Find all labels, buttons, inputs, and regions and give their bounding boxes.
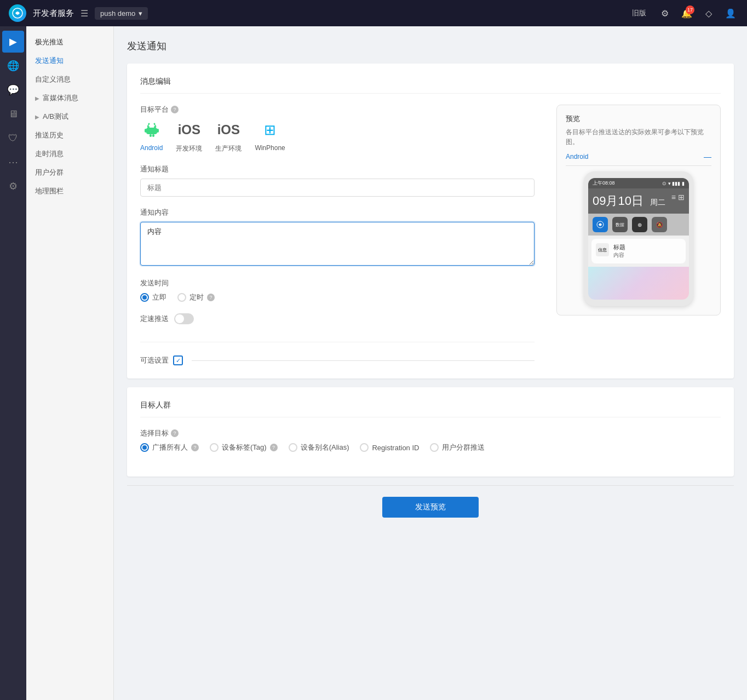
send-time-radio-group: 立即 定时 ? (140, 292, 535, 302)
bluetooth-icon: ⊕ (632, 217, 647, 232)
settings-icon[interactable]: ⚙ (657, 5, 673, 21)
sidebar-item-label: 用户分群 (35, 168, 64, 177)
app-logo (9, 4, 26, 22)
radio-immediate[interactable]: 立即 (140, 292, 166, 302)
platform-help-icon[interactable]: ? (171, 106, 179, 113)
target-registration-id[interactable]: Registration ID (360, 443, 419, 452)
preview-platform-tab: Android — (566, 152, 711, 166)
sidebar-item-ab-test[interactable]: ▶ A/B测试 (26, 107, 113, 126)
project-selector[interactable]: push demo ▾ (95, 7, 148, 20)
svg-rect-3 (146, 128, 157, 134)
push-icon[interactable]: ▶ (2, 31, 24, 53)
gear-icon[interactable]: ⚙ (2, 175, 24, 197)
phone-status-bar: 上午08:08 ⊙ ▾ ▮▮▮ ▮ (588, 178, 689, 188)
submit-button[interactable]: 发送预览 (382, 497, 479, 518)
app-name: 开发者服务 (33, 8, 74, 19)
notif-title: 标题 (613, 243, 625, 251)
preview-box: 预览 各目标平台推送送达的实际效果可参考以下预览图。 Android — 上午0… (556, 105, 721, 315)
data-label: 数据 (616, 222, 624, 228)
sidebar-item-scheduled[interactable]: 走时消息 (26, 145, 113, 163)
content-input[interactable]: 内容 (140, 222, 535, 266)
radio-scheduled[interactable]: 定时 ? (177, 292, 215, 302)
platform-android[interactable]: Android (140, 119, 163, 152)
ios-dev-icon: iOS (178, 119, 200, 141)
diamond-icon[interactable]: ◇ (701, 5, 716, 21)
svg-rect-6 (150, 134, 152, 137)
android-icon (141, 119, 163, 141)
platform-ios-dev[interactable]: iOS 开发环境 (176, 119, 202, 153)
sidebar-item-label: A/B测试 (43, 112, 68, 122)
phone-date: 09月10日 周二 (593, 193, 665, 209)
sidebar-item-label: 推送历史 (35, 130, 64, 140)
preview-title: 预览 (566, 114, 711, 124)
target-segment[interactable]: 用户分群推送 (430, 443, 485, 452)
ios-dev-label: 开发环境 (176, 144, 202, 153)
rate-limit-row: 定速推送 (140, 313, 535, 324)
radio-alias (289, 443, 297, 452)
platform-label: 目标平台 ? (140, 105, 535, 114)
sidebar-item-send-notification[interactable]: 发送通知 (26, 51, 113, 70)
notification-badge: 17 (686, 5, 694, 14)
doc-icon[interactable]: ☰ (81, 8, 88, 19)
scheduled-help-icon[interactable]: ? (207, 294, 215, 301)
project-name: push demo (100, 9, 135, 18)
icon-bar: ▶ 🌐 💬 🖥 🛡 ⋯ ⚙ (0, 26, 26, 700)
sidebar-item-geofence[interactable]: 地理围栏 (26, 182, 113, 200)
platform-ios-prod[interactable]: iOS 生产环境 (215, 119, 242, 153)
svg-rect-7 (152, 134, 154, 137)
user-icon[interactable]: 👤 (723, 5, 738, 21)
notif-body: 内容 (613, 251, 625, 259)
preview-platform-label[interactable]: Android (566, 153, 588, 160)
sidebar-item-custom-message[interactable]: 自定义消息 (26, 70, 113, 89)
submit-area: 发送预览 (127, 485, 734, 529)
target-broadcast[interactable]: 广播所有人 ? (140, 443, 199, 452)
globe-icon[interactable]: 🌐 (2, 55, 24, 77)
arrow-icon: ▶ (35, 95, 39, 101)
preview-desc: 各目标平台推送送达的实际效果可参考以下预览图。 (566, 127, 711, 147)
optional-expand-icon: ✓ (173, 355, 183, 365)
target-help-icon[interactable]: ? (171, 429, 179, 437)
shield-icon[interactable]: 🛡 (2, 127, 24, 149)
phone-icons-row: 数据 ⊕ 🔕 (588, 214, 689, 236)
notification-content: 标题 内容 (613, 243, 625, 259)
sidebar: 极光推送 发送通知 自定义消息 ▶ 富媒体消息 ▶ A/B测试 推送历史 走时消… (26, 26, 114, 700)
svg-rect-4 (145, 129, 147, 133)
svg-point-10 (148, 123, 150, 125)
grid-icon: ≡ (671, 193, 676, 202)
phone-time: 上午08:08 (593, 180, 615, 187)
winphone-icon: ⊞ (259, 119, 281, 141)
rate-limit-toggle[interactable] (174, 313, 194, 324)
radio-dot-scheduled (177, 293, 186, 302)
old-version-link[interactable]: 旧版 (628, 6, 651, 20)
title-input[interactable] (140, 179, 535, 197)
phone-date-area: 09月10日 周二 ≡ ⊞ (588, 188, 689, 214)
message-editor-title: 消息编辑 (140, 77, 721, 94)
title-label: 通知标题 (140, 164, 535, 174)
winphone-label: WinPhone (255, 144, 285, 152)
top-nav: 开发者服务 ☰ push demo ▾ 旧版 ⚙ 🔔 17 ◇ 👤 (0, 0, 747, 26)
optional-settings-row[interactable]: 可选设置 ✓ (140, 355, 535, 365)
sidebar-item-push-history[interactable]: 推送历史 (26, 126, 113, 145)
network-icon[interactable]: ⋯ (2, 151, 24, 173)
sidebar-item-user-segment[interactable]: 用户分群 (26, 163, 113, 182)
tag-help-icon[interactable]: ? (270, 444, 278, 451)
svg-point-11 (153, 123, 155, 125)
target-audience-title: 目标人群 (140, 400, 721, 417)
platform-winphone[interactable]: ⊞ WinPhone (255, 119, 285, 152)
content-label: 通知内容 (140, 208, 535, 217)
preview-collapse-icon[interactable]: — (704, 152, 711, 161)
phone-notification: 信息 标题 内容 (591, 239, 686, 263)
notification-icon[interactable]: 🔔 17 (679, 5, 694, 21)
target-alias[interactable]: 设备别名(Alias) (289, 443, 349, 452)
target-tag[interactable]: 设备标签(Tag) ? (210, 443, 278, 452)
broadcast-help-icon[interactable]: ? (191, 444, 199, 451)
radio-tag (210, 443, 219, 452)
ios-prod-icon: iOS (217, 119, 239, 141)
sidebar-item-rich-media[interactable]: ▶ 富媒体消息 (26, 89, 113, 107)
page-title: 发送通知 (127, 39, 734, 53)
screen-icon[interactable]: 🖥 (2, 103, 24, 125)
message-icon[interactable]: 💬 (2, 79, 24, 101)
phone-weekday: 周二 (650, 198, 665, 206)
chevron-down-icon: ▾ (139, 9, 142, 18)
sidebar-item-label: 地理围栏 (35, 186, 64, 196)
